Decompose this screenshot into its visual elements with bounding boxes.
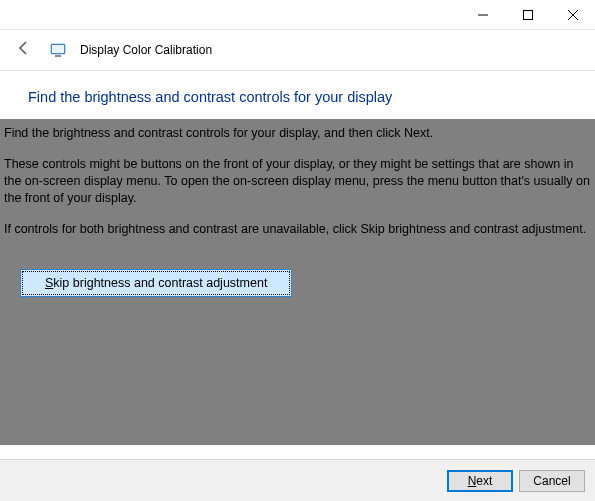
next-label-rest: ext xyxy=(476,474,492,488)
next-button[interactable]: Next xyxy=(447,470,513,492)
header-bar: Display Color Calibration xyxy=(0,30,595,71)
app-title: Display Color Calibration xyxy=(80,43,212,57)
close-button[interactable] xyxy=(550,0,595,29)
footer-bar: Next Cancel xyxy=(0,459,595,501)
instruction-p1: Find the brightness and contrast control… xyxy=(4,125,591,142)
page-heading: Find the brightness and contrast control… xyxy=(0,71,595,119)
minimize-button[interactable] xyxy=(460,0,505,29)
content-area: Find the brightness and contrast control… xyxy=(0,119,595,445)
watermark: wsxdn.com xyxy=(534,444,587,455)
skip-button[interactable]: Skip brightness and contrast adjustment xyxy=(20,269,292,297)
svg-rect-1 xyxy=(523,10,532,19)
skip-label-rest: kip brightness and contrast adjustment xyxy=(53,276,267,290)
maximize-button[interactable] xyxy=(505,0,550,29)
svg-rect-6 xyxy=(55,55,61,57)
back-arrow-icon[interactable] xyxy=(12,38,36,62)
instruction-p2: These controls might be buttons on the f… xyxy=(4,156,591,207)
app-icon xyxy=(50,42,66,58)
titlebar xyxy=(0,0,595,30)
instruction-p3: If controls for both brightness and cont… xyxy=(4,221,591,238)
svg-rect-5 xyxy=(52,45,64,53)
cancel-button[interactable]: Cancel xyxy=(519,470,585,492)
